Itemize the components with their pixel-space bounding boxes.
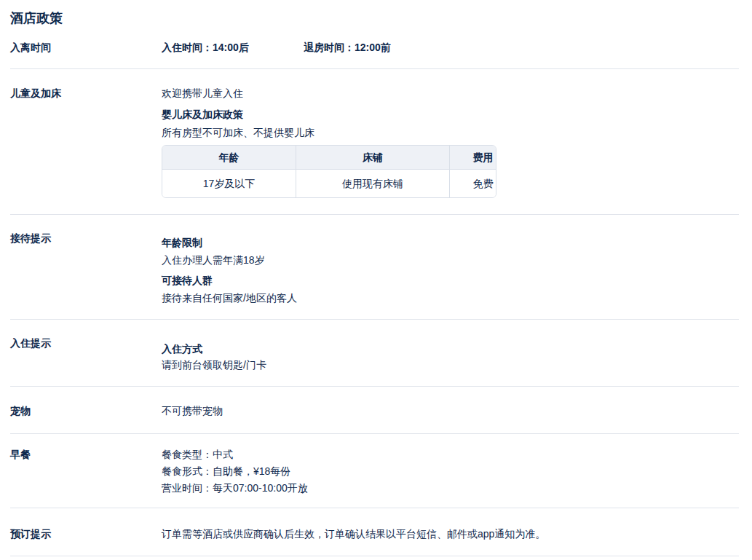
policy-row-times: 入离时间 入住时间：14:00后退房时间：12:00前: [10, 35, 739, 69]
bed-table-header-age: 年龄: [162, 146, 296, 170]
policy-row-pets: 宠物 不可携带宠物: [10, 387, 739, 434]
checkin-method-heading: 入住方式: [162, 342, 739, 356]
policy-row-checkin: 入住提示 入住方式 请到前台领取钥匙/门卡: [10, 320, 739, 387]
row-content-reception: 年龄限制 入住办理人需年满18岁 可接待人群 接待来自任何国家/地区的客人: [162, 215, 739, 319]
hotel-policy-panel: 酒店政策 入离时间 入住时间：14:00后退房时间：12:00前 儿童及加床 欢…: [0, 0, 752, 560]
age-limit-heading: 年龄限制: [162, 235, 739, 250]
policy-row-children: 儿童及加床 欢迎携带儿童入住 婴儿床及加床政策 所有房型不可加床、不提供婴儿床 …: [10, 69, 739, 215]
checkin-time-label: 入住时间：: [162, 42, 213, 53]
row-content-booking: 订单需等酒店或供应商确认后生效，订单确认结果以平台短信、邮件或app通知为准。: [162, 508, 739, 556]
row-content-times: 入住时间：14:00后退房时间：12:00前: [162, 35, 739, 68]
bed-table-cell-fee: 免费: [450, 170, 497, 198]
row-content-pets: 不可携带宠物: [162, 387, 739, 433]
row-label-children: 儿童及加床: [10, 69, 162, 214]
accepted-guests-heading: 可接待人群: [162, 273, 739, 288]
bed-policy-table: 年龄 床铺 费用 17岁及以下 使用现有床铺 免费: [162, 145, 496, 198]
row-label-times: 入离时间: [10, 35, 162, 68]
bed-table-cell-bed: 使用现有床铺: [296, 170, 450, 198]
bed-table-header-fee: 费用: [450, 146, 497, 170]
booking-confirm-text: 订单需等酒店或供应商确认后生效，订单确认结果以平台短信、邮件或app通知为准。: [162, 527, 739, 541]
row-label-breakfast: 早餐: [10, 434, 162, 508]
checkout-time-value: 12:00前: [355, 42, 391, 53]
children-welcome-text: 欢迎携带儿童入住: [162, 86, 739, 100]
row-content-checkin: 入住方式 请到前台领取钥匙/门卡: [162, 320, 739, 386]
checkin-time-value: 14:00后: [213, 42, 249, 53]
policy-row-reception: 接待提示 年龄限制 入住办理人需年满18岁 可接待人群 接待来自任何国家/地区的…: [10, 215, 739, 320]
row-label-checkin: 入住提示: [10, 320, 162, 386]
pets-text: 不可携带宠物: [162, 403, 739, 418]
table-row: 17岁及以下 使用现有床铺 免费: [162, 170, 496, 198]
row-label-booking: 预订提示: [10, 508, 162, 556]
row-content-breakfast: 餐食类型：中式 餐食形式：自助餐，¥18每份 营业时间：每天07:00-10:0…: [162, 434, 739, 508]
checkin-method-text: 请到前台领取钥匙/门卡: [162, 358, 739, 372]
checkout-time: 退房时间：12:00前: [304, 42, 391, 53]
row-label-reception: 接待提示: [10, 215, 162, 319]
crib-policy-text: 所有房型不可加床、不提供婴儿床: [162, 125, 739, 140]
accepted-guests-text: 接待来自任何国家/地区的客人: [162, 291, 739, 305]
breakfast-hours: 营业时间：每天07:00-10:00开放: [162, 481, 739, 495]
row-content-children: 欢迎携带儿童入住 婴儿床及加床政策 所有房型不可加床、不提供婴儿床 年龄 床铺 …: [162, 69, 739, 214]
policy-row-breakfast: 早餐 餐食类型：中式 餐食形式：自助餐，¥18每份 营业时间：每天07:00-1…: [10, 434, 739, 508]
breakfast-meal-type: 餐食类型：中式: [162, 447, 739, 462]
policy-row-booking: 预订提示 订单需等酒店或供应商确认后生效，订单确认结果以平台短信、邮件或app通…: [10, 508, 739, 556]
row-label-pets: 宠物: [10, 387, 162, 433]
bed-table-header-bed: 床铺: [296, 146, 450, 170]
bed-table-cell-age: 17岁及以下: [162, 170, 296, 198]
crib-policy-heading: 婴儿床及加床政策: [162, 107, 739, 122]
checkout-time-label: 退房时间：: [304, 42, 355, 53]
page-title: 酒店政策: [10, 11, 739, 25]
checkin-time: 入住时间：14:00后: [162, 40, 304, 55]
age-limit-text: 入住办理人需年满18岁: [162, 253, 739, 267]
breakfast-meal-format: 餐食形式：自助餐，¥18每份: [162, 464, 739, 478]
bed-table-header-row: 年龄 床铺 费用: [162, 146, 496, 170]
